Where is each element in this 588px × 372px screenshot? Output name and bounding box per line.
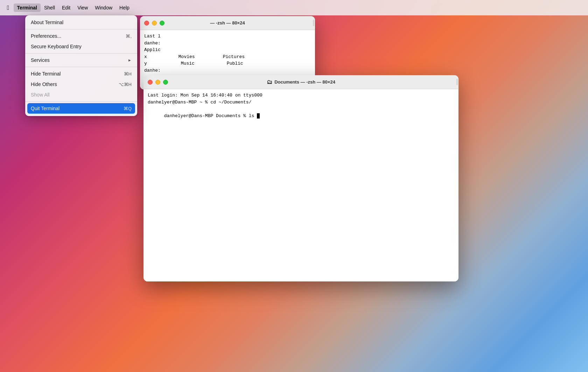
maximize-button-2[interactable] xyxy=(163,80,168,85)
minimize-button-2[interactable] xyxy=(155,80,160,85)
terminal-line-3: Applic xyxy=(144,46,311,53)
folder-icon: 🗂 xyxy=(267,79,272,85)
terminal-window-2[interactable]: 🗂 Documents — -zsh — 80×24 Last login: M… xyxy=(144,75,458,281)
menubar-window[interactable]: Window xyxy=(91,3,116,12)
menu-preferences-label: Preferences... xyxy=(31,33,126,39)
terminal-line-2: danhe: xyxy=(144,40,311,47)
terminal-col-public: Public xyxy=(227,60,243,67)
menubar-terminal[interactable]: Terminal xyxy=(14,3,41,12)
menu-hide-others[interactable]: Hide Others ⌥⌘H xyxy=(25,79,137,90)
menu-secure-keyboard[interactable]: Secure Keyboard Entry xyxy=(25,41,137,52)
menu-hide-others-shortcut: ⌥⌘H xyxy=(119,82,132,87)
menubar-shell[interactable]: Shell xyxy=(41,3,58,12)
terminal-col-music: Music xyxy=(181,60,195,67)
menu-preferences[interactable]: Preferences... ⌘, xyxy=(25,31,137,41)
close-button-2[interactable] xyxy=(148,80,153,85)
menu-separator-1 xyxy=(25,29,137,29)
terminal-col-pictures: Pictures xyxy=(223,53,245,60)
menu-quit-terminal-shortcut: ⌘Q xyxy=(124,106,132,111)
menu-show-all-label: Show All xyxy=(31,92,132,98)
traffic-lights-2 xyxy=(148,80,168,85)
terminal-col-movies: Movies xyxy=(178,53,195,60)
traffic-lights-1 xyxy=(144,21,164,26)
terminal-col-partial2: y xyxy=(144,60,147,67)
menubar-view[interactable]: View xyxy=(74,3,91,12)
menu-services-label: Services xyxy=(31,57,128,63)
menu-hide-others-label: Hide Others xyxy=(31,81,119,87)
menu-quit-terminal-label: Quit Terminal xyxy=(31,106,124,111)
scrollbar-2[interactable] xyxy=(456,79,458,85)
apple-menu[interactable]:  xyxy=(3,3,14,13)
terminal-titlebar-2: 🗂 Documents — -zsh — 80×24 xyxy=(144,75,458,89)
maximize-button-1[interactable] xyxy=(160,21,164,26)
close-button-1[interactable] xyxy=(144,21,149,26)
terminal-docs-line-2: danhelyer@Dans-MBP ~ % cd ~/Documents/ xyxy=(148,99,454,106)
menu-secure-keyboard-label: Secure Keyboard Entry xyxy=(31,44,132,49)
terminal-docs-line-3: danhelyer@Dans-MBP Documents % ls xyxy=(148,106,454,126)
terminal-line-4: x Movies Pictures xyxy=(144,53,311,60)
menu-separator-3 xyxy=(25,67,137,67)
menu-show-all: Show All xyxy=(25,90,137,100)
terminal-docs-line-1: Last login: Mon Sep 14 16:40:40 on ttys0… xyxy=(148,92,454,99)
minimize-button-1[interactable] xyxy=(152,21,157,26)
menu-services[interactable]: Services ► xyxy=(25,55,137,65)
terminal-titlebar-1: — -zsh — 80×24 xyxy=(140,16,315,30)
terminal-prompt: danhelyer@Dans-MBP Documents % ls xyxy=(164,113,257,119)
terminal-title-2: 🗂 Documents — -zsh — 80×24 xyxy=(267,79,335,85)
menu-hide-terminal-shortcut: ⌘H xyxy=(124,71,132,77)
menu-hide-terminal[interactable]: Hide Terminal ⌘H xyxy=(25,69,137,79)
terminal-cursor xyxy=(257,113,260,119)
menu-preferences-shortcut: ⌘, xyxy=(126,34,132,39)
menu-separator-2 xyxy=(25,53,137,53)
terminal-col-partial: x xyxy=(144,53,147,60)
menubar:  Terminal Shell Edit View Window Help xyxy=(0,0,588,15)
terminal-title-2-text: Documents — -zsh — 80×24 xyxy=(274,79,335,85)
terminal-body-2[interactable]: Last login: Mon Sep 14 16:40:40 on ttys0… xyxy=(144,89,458,281)
terminal-app-menu: About Terminal Preferences... ⌘, Secure … xyxy=(25,15,137,116)
menu-separator-4 xyxy=(25,101,137,102)
terminal-line-6: danhe: xyxy=(144,67,311,74)
menu-hide-terminal-label: Hide Terminal xyxy=(31,71,124,77)
menubar-edit[interactable]: Edit xyxy=(58,3,74,12)
menu-quit-terminal[interactable]: Quit Terminal ⌘Q xyxy=(27,103,135,114)
terminal-line-1: Last l xyxy=(144,33,311,40)
scrollbar-1[interactable] xyxy=(313,20,314,26)
terminal-title-1: — -zsh — 80×24 xyxy=(210,20,245,26)
menu-about-terminal-label: About Terminal xyxy=(31,20,132,25)
terminal-line-5: y Music Public xyxy=(144,60,311,67)
terminal-title-1-text: — -zsh — 80×24 xyxy=(210,20,245,26)
menu-about-terminal[interactable]: About Terminal xyxy=(25,17,137,28)
submenu-arrow-icon: ► xyxy=(128,58,132,62)
menubar-help[interactable]: Help xyxy=(116,3,133,12)
